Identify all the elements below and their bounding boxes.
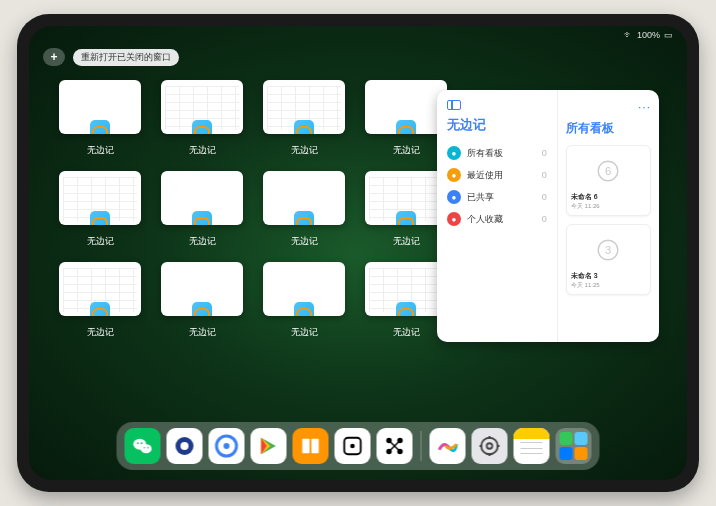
app-window[interactable]: 无边记 [161,171,243,248]
reopen-label: 重新打开已关闭的窗口 [81,52,171,62]
nav-item-label: 最近使用 [467,169,503,182]
nav-item[interactable]: ● 已共享 0 [447,186,547,208]
svg-point-24 [481,438,498,455]
nav-item-icon: ● [447,146,461,160]
boards-list: 6 未命名 6 今天 11:26 3 未命名 3 今天 11:25 [566,145,651,295]
svg-point-11 [181,442,189,450]
app-window[interactable]: 无边记 [263,262,345,339]
nav-item-label: 个人收藏 [467,213,503,226]
dock-app-settings[interactable] [472,428,508,464]
reopen-window-button[interactable]: 重新打开已关闭的窗口 [73,49,179,66]
dock-main-apps [125,428,413,464]
svg-point-25 [487,443,493,449]
svg-point-6 [137,442,139,444]
app-window[interactable]: 无边记 [365,80,447,157]
board-date: 今天 11:26 [571,202,646,211]
nav-item[interactable]: ● 个人收藏 0 [447,208,547,230]
dock-app-play[interactable] [251,428,287,464]
window-label: 无边记 [87,235,114,248]
nav-item-icon: ● [447,168,461,182]
window-label: 无边记 [291,326,318,339]
window-thumbnail [263,171,345,225]
nav-item-count: 0 [542,214,547,224]
app-window[interactable]: 无边记 [161,80,243,157]
freeform-app-icon [192,302,212,316]
svg-text:3: 3 [605,244,611,256]
nav-item-count: 0 [542,148,547,158]
svg-text:6: 6 [605,165,611,177]
freeform-app-icon [396,211,416,225]
app-window[interactable]: 无边记 [59,80,141,157]
window-thumbnail [161,262,243,316]
board-card[interactable]: 3 未命名 3 今天 11:25 [566,224,651,295]
window-label: 无边记 [189,235,216,248]
nav-item-count: 0 [542,170,547,180]
app-window[interactable]: 无边记 [59,171,141,248]
window-thumbnail [365,171,447,225]
new-window-button[interactable]: + [43,48,65,66]
svg-rect-14 [302,439,309,454]
app-switcher-grid: 无边记无边记无边记无边记无边记无边记无边记无边记无边记无边记无边记无边记 [59,80,459,339]
dock-app-notes[interactable] [514,428,550,464]
window-thumbnail [161,80,243,134]
freeform-app-icon [90,120,110,134]
nav-item[interactable]: ● 所有看板 0 [447,142,547,164]
window-label: 无边记 [189,144,216,157]
freeform-panel[interactable]: 无边记 ● 所有看板 0 ● 最近使用 0 ● 已共享 0 ● 个人收藏 0 ·… [437,90,659,342]
app-window[interactable]: 无边记 [263,80,345,157]
dock-app-quark[interactable] [167,428,203,464]
nav-item-count: 0 [542,192,547,202]
panel-content-title: 所有看板 [566,120,651,137]
window-label: 无边记 [393,235,420,248]
freeform-app-icon [396,120,416,134]
window-label: 无边记 [87,144,114,157]
window-thumbnail [365,80,447,134]
app-window[interactable]: 无边记 [365,262,447,339]
dock-recent-apps [430,428,550,464]
window-thumbnail [59,262,141,316]
window-thumbnail [263,262,345,316]
battery-icon: ▭ [664,30,673,40]
mini-app-icon [560,432,573,445]
freeform-app-icon [294,211,314,225]
window-thumbnail [161,171,243,225]
window-thumbnail [59,171,141,225]
board-name: 未命名 6 [571,192,646,202]
dock-app-nodes[interactable] [377,428,413,464]
window-label: 无边记 [189,326,216,339]
svg-point-8 [144,447,145,448]
app-window[interactable]: 无边记 [263,171,345,248]
app-window[interactable]: 无边记 [161,262,243,339]
freeform-app-icon [294,302,314,316]
dock-folder[interactable] [556,428,592,464]
ipad-device: ᯤ 100% ▭ + 重新打开已关闭的窗口 无边记无边记无边记无边记无边记无边记… [17,14,699,492]
svg-point-17 [350,444,355,449]
more-icon[interactable]: ··· [638,100,651,114]
nav-item-icon: ● [447,190,461,204]
nav-item[interactable]: ● 最近使用 0 [447,164,547,186]
screen: ᯤ 100% ▭ + 重新打开已关闭的窗口 无边记无边记无边记无边记无边记无边记… [29,26,687,480]
nav-item-icon: ● [447,212,461,226]
sidebar-toggle-icon[interactable] [447,100,461,110]
panel-sidebar: 无边记 ● 所有看板 0 ● 最近使用 0 ● 已共享 0 ● 个人收藏 0 [437,90,557,342]
dock-app-wechat[interactable] [125,428,161,464]
board-preview: 6 [571,150,646,192]
app-window[interactable]: 无边记 [365,171,447,248]
freeform-app-icon [192,211,212,225]
app-window[interactable]: 无边记 [59,262,141,339]
board-card[interactable]: 6 未命名 6 今天 11:26 [566,145,651,216]
nav-item-label: 所有看板 [467,147,503,160]
freeform-app-icon [192,120,212,134]
freeform-app-icon [90,211,110,225]
dock-app-books[interactable] [293,428,329,464]
dock-app-freeform[interactable] [430,428,466,464]
status-bar: ᯤ 100% ▭ [29,26,687,44]
dock-app-browser[interactable] [209,428,245,464]
freeform-app-icon [294,120,314,134]
dock-app-dice[interactable] [335,428,371,464]
svg-rect-15 [311,439,318,454]
mini-app-icon [575,432,588,445]
svg-point-13 [224,443,230,449]
window-label: 无边记 [393,326,420,339]
nav-item-label: 已共享 [467,191,494,204]
